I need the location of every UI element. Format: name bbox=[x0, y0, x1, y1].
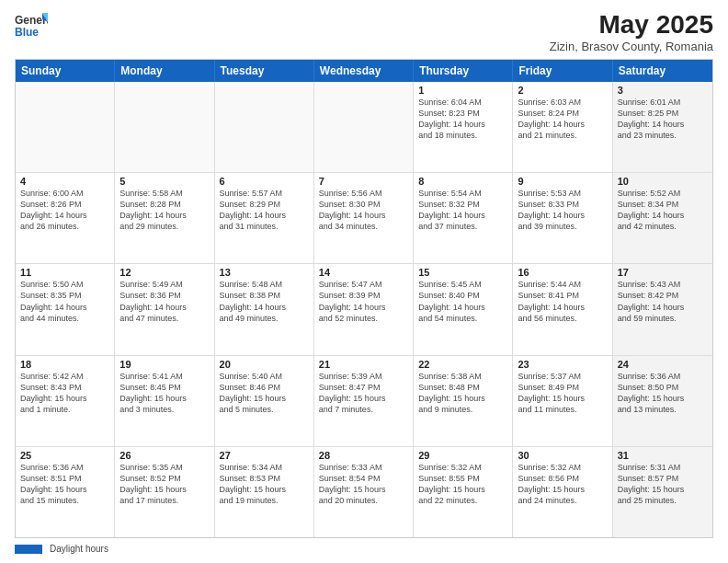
day-number: 28 bbox=[319, 450, 408, 461]
day-number: 8 bbox=[418, 176, 507, 187]
day-info: Sunrise: 5:33 AM Sunset: 8:54 PM Dayligh… bbox=[319, 462, 408, 507]
day-number: 9 bbox=[518, 176, 607, 187]
cal-row-4: 25Sunrise: 5:36 AM Sunset: 8:51 PM Dayli… bbox=[16, 446, 712, 537]
calendar-body: 1Sunrise: 6:04 AM Sunset: 8:23 PM Daylig… bbox=[16, 82, 712, 537]
cal-cell-6: 6Sunrise: 5:57 AM Sunset: 8:29 PM Daylig… bbox=[215, 173, 314, 263]
day-number: 30 bbox=[518, 450, 607, 461]
day-number: 7 bbox=[319, 176, 408, 187]
cal-cell-7: 7Sunrise: 5:56 AM Sunset: 8:30 PM Daylig… bbox=[314, 173, 414, 263]
cal-row-3: 18Sunrise: 5:42 AM Sunset: 8:43 PM Dayli… bbox=[16, 355, 712, 446]
day-number: 25 bbox=[20, 450, 109, 461]
cal-header-sunday: Sunday bbox=[16, 60, 115, 82]
day-number: 15 bbox=[418, 267, 507, 278]
cal-cell-11: 11Sunrise: 5:50 AM Sunset: 8:35 PM Dayli… bbox=[16, 264, 115, 354]
day-number: 17 bbox=[618, 267, 708, 278]
day-info: Sunrise: 6:00 AM Sunset: 8:26 PM Dayligh… bbox=[20, 188, 109, 233]
cal-cell-24: 24Sunrise: 5:36 AM Sunset: 8:50 PM Dayli… bbox=[613, 356, 712, 446]
day-number: 11 bbox=[20, 267, 109, 278]
day-number: 18 bbox=[20, 359, 109, 370]
cal-header-friday: Friday bbox=[513, 60, 612, 82]
day-number: 12 bbox=[119, 267, 209, 278]
logo: General Blue bbox=[15, 11, 48, 44]
svg-text:Blue: Blue bbox=[15, 26, 39, 39]
day-info: Sunrise: 5:42 AM Sunset: 8:43 PM Dayligh… bbox=[20, 371, 109, 416]
cal-row-2: 11Sunrise: 5:50 AM Sunset: 8:35 PM Dayli… bbox=[16, 263, 712, 354]
cal-cell-21: 21Sunrise: 5:39 AM Sunset: 8:47 PM Dayli… bbox=[314, 356, 414, 446]
day-number: 2 bbox=[518, 85, 607, 96]
cal-cell-empty bbox=[314, 82, 414, 172]
cal-cell-3: 3Sunrise: 6:01 AM Sunset: 8:25 PM Daylig… bbox=[613, 82, 712, 172]
cal-cell-23: 23Sunrise: 5:37 AM Sunset: 8:49 PM Dayli… bbox=[513, 356, 612, 446]
day-info: Sunrise: 5:35 AM Sunset: 8:52 PM Dayligh… bbox=[119, 462, 209, 507]
day-info: Sunrise: 5:34 AM Sunset: 8:53 PM Dayligh… bbox=[220, 462, 309, 507]
cal-cell-31: 31Sunrise: 5:31 AM Sunset: 8:57 PM Dayli… bbox=[613, 447, 712, 537]
day-info: Sunrise: 5:44 AM Sunset: 8:41 PM Dayligh… bbox=[518, 279, 607, 324]
cal-header-tuesday: Tuesday bbox=[215, 60, 314, 82]
day-info: Sunrise: 5:47 AM Sunset: 8:39 PM Dayligh… bbox=[319, 279, 408, 324]
cal-cell-19: 19Sunrise: 5:41 AM Sunset: 8:45 PM Dayli… bbox=[115, 356, 214, 446]
cal-header-thursday: Thursday bbox=[414, 60, 513, 82]
logo-svg: General Blue bbox=[15, 11, 48, 44]
cal-cell-30: 30Sunrise: 5:32 AM Sunset: 8:56 PM Dayli… bbox=[513, 447, 612, 537]
cal-row-0: 1Sunrise: 6:04 AM Sunset: 8:23 PM Daylig… bbox=[16, 82, 712, 172]
day-info: Sunrise: 5:48 AM Sunset: 8:38 PM Dayligh… bbox=[220, 279, 309, 324]
cal-cell-16: 16Sunrise: 5:44 AM Sunset: 8:41 PM Dayli… bbox=[513, 264, 612, 354]
day-info: Sunrise: 5:36 AM Sunset: 8:50 PM Dayligh… bbox=[618, 371, 708, 416]
footer: Daylight hours bbox=[15, 544, 713, 554]
cal-cell-15: 15Sunrise: 5:45 AM Sunset: 8:40 PM Dayli… bbox=[414, 264, 513, 354]
cal-row-1: 4Sunrise: 6:00 AM Sunset: 8:26 PM Daylig… bbox=[16, 172, 712, 263]
day-number: 4 bbox=[20, 176, 109, 187]
subtitle: Zizin, Brasov County, Romania bbox=[550, 40, 713, 53]
cal-cell-28: 28Sunrise: 5:33 AM Sunset: 8:54 PM Dayli… bbox=[314, 447, 414, 537]
cal-cell-22: 22Sunrise: 5:38 AM Sunset: 8:48 PM Dayli… bbox=[414, 356, 513, 446]
day-number: 16 bbox=[518, 267, 607, 278]
legend-color-bar bbox=[15, 545, 42, 554]
cal-header-saturday: Saturday bbox=[613, 60, 712, 82]
main-title: May 2025 bbox=[550, 11, 713, 40]
cal-cell-5: 5Sunrise: 5:58 AM Sunset: 8:28 PM Daylig… bbox=[115, 173, 214, 263]
day-info: Sunrise: 6:04 AM Sunset: 8:23 PM Dayligh… bbox=[418, 97, 507, 142]
day-info: Sunrise: 5:31 AM Sunset: 8:57 PM Dayligh… bbox=[618, 462, 708, 507]
cal-cell-empty bbox=[215, 82, 314, 172]
day-info: Sunrise: 6:01 AM Sunset: 8:25 PM Dayligh… bbox=[618, 97, 708, 142]
cal-cell-8: 8Sunrise: 5:54 AM Sunset: 8:32 PM Daylig… bbox=[414, 173, 513, 263]
day-number: 5 bbox=[119, 176, 209, 187]
day-number: 26 bbox=[119, 450, 209, 461]
day-number: 20 bbox=[220, 359, 309, 370]
cal-cell-9: 9Sunrise: 5:53 AM Sunset: 8:33 PM Daylig… bbox=[513, 173, 612, 263]
day-number: 13 bbox=[220, 267, 309, 278]
day-info: Sunrise: 5:49 AM Sunset: 8:36 PM Dayligh… bbox=[119, 279, 209, 324]
cal-cell-26: 26Sunrise: 5:35 AM Sunset: 8:52 PM Dayli… bbox=[115, 447, 214, 537]
day-number: 14 bbox=[319, 267, 408, 278]
cal-cell-27: 27Sunrise: 5:34 AM Sunset: 8:53 PM Dayli… bbox=[215, 447, 314, 537]
cal-header-monday: Monday bbox=[115, 60, 214, 82]
cal-cell-18: 18Sunrise: 5:42 AM Sunset: 8:43 PM Dayli… bbox=[16, 356, 115, 446]
cal-cell-10: 10Sunrise: 5:52 AM Sunset: 8:34 PM Dayli… bbox=[613, 173, 712, 263]
day-info: Sunrise: 5:36 AM Sunset: 8:51 PM Dayligh… bbox=[20, 462, 109, 507]
day-info: Sunrise: 5:53 AM Sunset: 8:33 PM Dayligh… bbox=[518, 188, 607, 233]
calendar-header: SundayMondayTuesdayWednesdayThursdayFrid… bbox=[16, 60, 712, 82]
cal-cell-20: 20Sunrise: 5:40 AM Sunset: 8:46 PM Dayli… bbox=[215, 356, 314, 446]
day-info: Sunrise: 5:50 AM Sunset: 8:35 PM Dayligh… bbox=[20, 279, 109, 324]
day-number: 1 bbox=[418, 85, 507, 96]
cal-cell-25: 25Sunrise: 5:36 AM Sunset: 8:51 PM Dayli… bbox=[16, 447, 115, 537]
calendar: SundayMondayTuesdayWednesdayThursdayFrid… bbox=[15, 59, 713, 538]
day-info: Sunrise: 5:43 AM Sunset: 8:42 PM Dayligh… bbox=[618, 279, 708, 324]
day-info: Sunrise: 5:45 AM Sunset: 8:40 PM Dayligh… bbox=[418, 279, 507, 324]
day-info: Sunrise: 5:38 AM Sunset: 8:48 PM Dayligh… bbox=[418, 371, 507, 416]
cal-cell-17: 17Sunrise: 5:43 AM Sunset: 8:42 PM Dayli… bbox=[613, 264, 712, 354]
cal-cell-13: 13Sunrise: 5:48 AM Sunset: 8:38 PM Dayli… bbox=[215, 264, 314, 354]
day-info: Sunrise: 5:32 AM Sunset: 8:55 PM Dayligh… bbox=[418, 462, 507, 507]
cal-cell-14: 14Sunrise: 5:47 AM Sunset: 8:39 PM Dayli… bbox=[314, 264, 414, 354]
day-info: Sunrise: 5:32 AM Sunset: 8:56 PM Dayligh… bbox=[518, 462, 607, 507]
header: General Blue May 2025 Zizin, Brasov Coun… bbox=[15, 11, 713, 53]
day-number: 24 bbox=[618, 359, 708, 370]
day-number: 3 bbox=[618, 85, 708, 96]
day-number: 29 bbox=[418, 450, 507, 461]
page: General Blue May 2025 Zizin, Brasov Coun… bbox=[0, 0, 728, 563]
day-number: 27 bbox=[220, 450, 309, 461]
cal-cell-empty bbox=[115, 82, 214, 172]
cal-cell-empty bbox=[16, 82, 115, 172]
cal-cell-4: 4Sunrise: 6:00 AM Sunset: 8:26 PM Daylig… bbox=[16, 173, 115, 263]
day-number: 23 bbox=[518, 359, 607, 370]
